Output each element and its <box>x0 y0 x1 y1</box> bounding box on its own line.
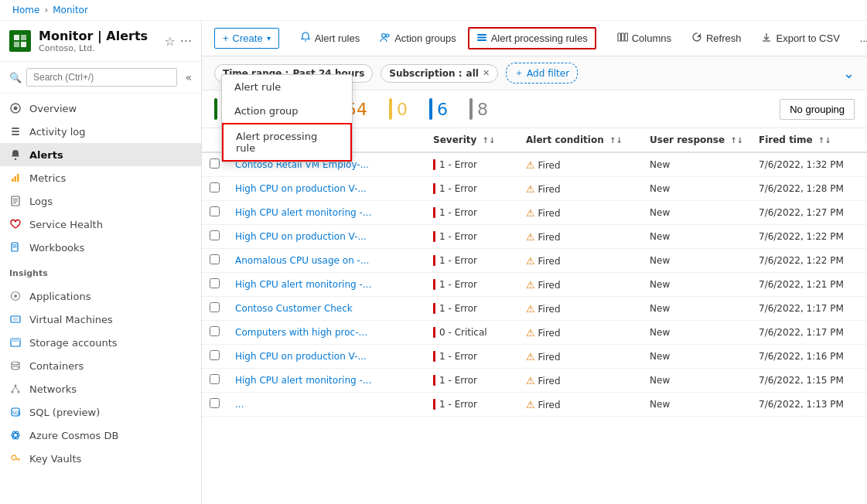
severity-cell: 0 - Critical <box>425 321 518 345</box>
refresh-icon <box>691 32 702 45</box>
alert-name-link[interactable]: ... <box>235 399 244 410</box>
alert-rules-icon <box>300 32 311 45</box>
row-checkbox[interactable] <box>210 254 220 264</box>
sidebar-item-label: Virtual Machines <box>29 314 113 325</box>
sidebar-item-metrics[interactable]: Metrics <box>0 166 201 189</box>
row-checkbox[interactable] <box>210 182 220 192</box>
row-checkbox[interactable] <box>210 158 220 169</box>
table-row[interactable]: High CPU on production V-... 1 - Error ⚠… <box>202 345 867 369</box>
alert-name-link[interactable]: Computers with high proc-... <box>235 327 367 338</box>
alert-name-link[interactable]: Contoso Customer Check <box>235 303 353 314</box>
col-header-severity[interactable]: Severity ↑↓ <box>425 128 518 152</box>
row-checkbox[interactable] <box>210 278 220 288</box>
sort-condition-icon[interactable]: ↑↓ <box>609 136 623 145</box>
sidebar-item-virtual-machines[interactable]: Virtual Machines <box>0 308 201 331</box>
table-row[interactable]: ... 1 - Error ⚠ Fired New 7/6/2022, 1:13… <box>202 393 867 417</box>
condition-cell: ⚠ Fired <box>518 249 642 273</box>
row-checkbox[interactable] <box>210 230 220 240</box>
col-header-response[interactable]: User response ↑↓ <box>642 128 751 152</box>
table-row[interactable]: High CPU alert monitoring -... 1 - Error… <box>202 273 867 297</box>
row-checkbox[interactable] <box>210 374 220 384</box>
severity-cell: 1 - Error <box>425 297 518 321</box>
refresh-button[interactable]: Refresh <box>683 27 750 49</box>
alert-name-link[interactable]: High CPU on production V-... <box>235 231 367 242</box>
table-row[interactable]: High CPU on production V-... 1 - Error ⚠… <box>202 177 867 201</box>
subscription-filter[interactable]: Subscription : all ✕ <box>381 64 498 83</box>
subscription-value: all <box>466 68 479 79</box>
row-checkbox[interactable] <box>210 302 220 312</box>
alert-name-link[interactable]: High CPU on production V-... <box>235 183 367 194</box>
expand-filters-button[interactable]: ⌄ <box>843 65 855 81</box>
alert-name-link[interactable]: Anomalous CPU usage on -... <box>235 255 369 266</box>
svg-rect-7 <box>12 131 19 132</box>
alert-name-link[interactable]: High CPU alert monitoring -... <box>235 279 371 290</box>
table-row[interactable]: High CPU alert monitoring -... 1 - Error… <box>202 369 867 393</box>
grouping-button[interactable]: No grouping <box>780 99 855 120</box>
ellipsis-icon[interactable]: ··· <box>180 34 192 49</box>
search-input[interactable] <box>26 68 177 87</box>
col-header-time[interactable]: Fired time ↑↓ <box>751 128 867 152</box>
svg-line-33 <box>12 387 15 391</box>
svg-rect-14 <box>13 199 18 199</box>
create-button[interactable]: + Create ▾ <box>214 28 279 49</box>
table-row[interactable]: Computers with high proc-... 0 - Critica… <box>202 321 867 345</box>
sidebar-item-activity-log[interactable]: Activity log <box>0 120 201 143</box>
sidebar-item-containers[interactable]: Containers <box>0 354 201 377</box>
alert-name-link[interactable]: High CPU alert monitoring -... <box>235 375 371 386</box>
svg-rect-50 <box>621 33 624 41</box>
dropdown-item-alert-processing-rule[interactable]: Alert processing rule <box>222 123 352 162</box>
sidebar-item-logs[interactable]: Logs <box>0 189 201 213</box>
row-checkbox[interactable] <box>210 326 220 336</box>
alert-processing-rules-button[interactable]: Alert processing rules <box>468 27 596 49</box>
sql-icon: SQL <box>9 406 22 418</box>
row-checkbox[interactable] <box>210 206 220 216</box>
sidebar-item-key-vaults[interactable]: Key Vaults <box>0 447 201 470</box>
add-filter-button[interactable]: ＋ Add filter <box>506 63 578 83</box>
dropdown-item-alert-rule[interactable]: Alert rule <box>222 75 352 99</box>
sidebar-item-sql[interactable]: SQL SQL (preview) <box>0 400 201 424</box>
sidebar-item-storage-accounts[interactable]: Storage accounts <box>0 331 201 354</box>
action-groups-button[interactable]: Action groups <box>371 27 465 49</box>
breadcrumb-monitor[interactable]: Monitor <box>53 5 88 15</box>
severity-bar <box>433 183 435 194</box>
severity-bar <box>433 279 435 290</box>
table-row[interactable]: High CPU on production V-... 1 - Error ⚠… <box>202 225 867 249</box>
sidebar-item-overview[interactable]: Overview <box>0 97 201 120</box>
export-csv-button[interactable]: Export to CSV <box>753 27 848 49</box>
breadcrumb-home[interactable]: Home <box>12 5 39 15</box>
sidebar-item-cosmos-db[interactable]: Azure Cosmos DB <box>0 424 201 447</box>
table-row[interactable]: High CPU alert monitoring -... 1 - Error… <box>202 201 867 225</box>
severity-cell: 1 - Error <box>425 273 518 297</box>
sort-severity-icon[interactable]: ↑↓ <box>483 136 496 145</box>
alert-rules-button[interactable]: Alert rules <box>292 27 369 49</box>
sidebar-item-networks[interactable]: Networks <box>0 377 201 400</box>
pin-icon[interactable]: ☆ <box>164 34 175 49</box>
row-checkbox[interactable] <box>210 350 220 360</box>
severity-bar <box>433 303 435 314</box>
sidebar-item-alerts[interactable]: Alerts <box>0 143 201 166</box>
collapse-sidebar-button[interactable]: « <box>185 71 192 83</box>
time-cell: 7/6/2022, 1:13 PM <box>751 393 867 417</box>
sort-response-icon[interactable]: ↑↓ <box>730 136 743 145</box>
row-checkbox[interactable] <box>210 398 220 408</box>
sidebar-item-service-health[interactable]: Service Health <box>0 213 201 236</box>
table-row[interactable]: Anomalous CPU usage on -... 1 - Error ⚠ … <box>202 249 867 273</box>
alert-name-link[interactable]: High CPU alert monitoring -... <box>235 207 371 218</box>
severity-bar <box>433 159 435 170</box>
sidebar-item-applications[interactable]: Applications <box>0 284 201 308</box>
sidebar-item-label: Networks <box>29 383 77 395</box>
table-row[interactable]: Contoso Customer Check 1 - Error ⚠ Fired… <box>202 297 867 321</box>
columns-button[interactable]: Columns <box>609 27 680 49</box>
alert-name-link[interactable]: High CPU on production V-... <box>235 351 367 362</box>
warning-triangle-icon: ⚠ <box>526 279 535 291</box>
remove-subscription-filter-icon[interactable]: ✕ <box>483 68 490 78</box>
verbose-count: 6 <box>429 98 448 120</box>
sort-time-icon[interactable]: ↑↓ <box>818 136 831 145</box>
col-header-condition[interactable]: Alert condition ↑↓ <box>518 128 642 152</box>
more-button[interactable]: ... <box>852 28 867 49</box>
time-cell: 7/6/2022, 1:28 PM <box>751 177 867 201</box>
storage-icon <box>9 336 22 349</box>
dropdown-item-action-group[interactable]: Action group <box>222 99 352 123</box>
sidebar-item-workbooks[interactable]: Workbooks <box>0 236 201 259</box>
severity-cell: 1 - Error <box>425 369 518 393</box>
